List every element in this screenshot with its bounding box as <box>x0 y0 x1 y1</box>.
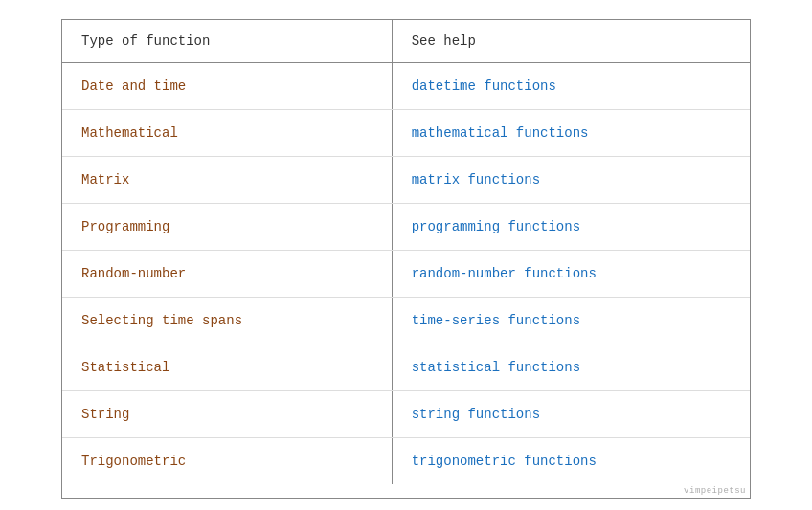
table-row: Matrixmatrix functions <box>62 157 750 204</box>
table-row: Random-numberrandom-number functions <box>62 251 750 298</box>
table-row: Trigonometrictrigonometric functions <box>62 438 750 484</box>
function-link[interactable]: random-number functions <box>412 266 597 281</box>
table-row: Selecting time spanstime-series function… <box>62 298 750 344</box>
function-link[interactable]: statistical functions <box>412 360 580 375</box>
table-header: Type of function See help <box>62 20 750 63</box>
function-link-cell: datetime functions <box>393 63 750 109</box>
function-link-cell: statistical functions <box>393 344 750 390</box>
function-link[interactable]: mathematical functions <box>412 125 589 141</box>
function-link[interactable]: trigonometric functions <box>412 454 597 469</box>
header-col2: See help <box>393 20 750 62</box>
function-type-cell: Statistical <box>62 344 393 390</box>
function-link[interactable]: datetime functions <box>412 78 556 94</box>
table-row: Date and timedatetime functions <box>62 63 750 110</box>
function-link-cell: string functions <box>393 391 750 437</box>
function-type-cell: Trigonometric <box>62 438 393 484</box>
watermark: vimpeipetsu <box>62 484 750 498</box>
table-row: Programmingprogramming functions <box>62 204 750 251</box>
function-type-cell: Mathematical <box>62 110 393 156</box>
function-link[interactable]: string functions <box>412 407 540 422</box>
function-link-cell: trigonometric functions <box>393 438 750 484</box>
function-link[interactable]: matrix functions <box>412 172 540 188</box>
table-row: Mathematicalmathematical functions <box>62 110 750 157</box>
function-link-cell: programming functions <box>393 204 750 250</box>
function-type-cell: Date and time <box>62 63 393 109</box>
header-col1: Type of function <box>62 20 393 62</box>
function-type-cell: String <box>62 391 393 437</box>
main-container: Type of function See help Date and timed… <box>61 19 751 499</box>
function-link-cell: matrix functions <box>393 157 750 203</box>
function-link[interactable]: time-series functions <box>412 313 580 328</box>
table-row: Stringstring functions <box>62 391 750 438</box>
function-link-cell: random-number functions <box>393 251 750 297</box>
function-link-cell: mathematical functions <box>393 110 750 156</box>
table-row: Statisticalstatistical functions <box>62 344 750 391</box>
function-table: Type of function See help Date and timed… <box>61 19 751 499</box>
function-type-cell: Random-number <box>62 251 393 297</box>
function-link[interactable]: programming functions <box>412 219 580 234</box>
function-type-cell: Matrix <box>62 157 393 203</box>
function-type-cell: Programming <box>62 204 393 250</box>
function-link-cell: time-series functions <box>393 298 750 344</box>
function-type-cell: Selecting time spans <box>62 298 393 344</box>
